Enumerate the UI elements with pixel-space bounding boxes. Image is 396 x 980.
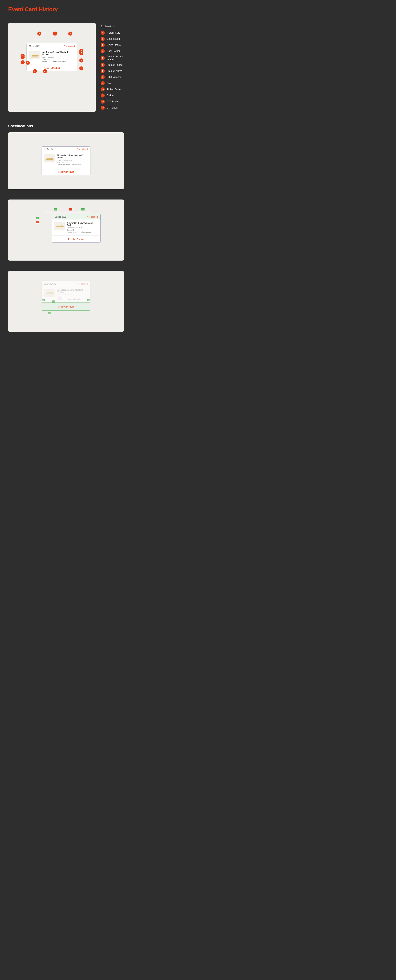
- product-sku: SKU : 553558 171: [42, 56, 75, 58]
- exp-label-3: Claim Status: [107, 44, 121, 46]
- exp-dot-10: 10: [101, 88, 105, 91]
- explanation-item-1: 1 History Card: [101, 31, 124, 35]
- spec-sku-2: SKU : 553558 171: [67, 227, 98, 229]
- annotation-dot-12: 12: [79, 66, 83, 70]
- spec-card-3-body: Air Jordan 1 Low 'Mustard' Pollen SKU : …: [42, 287, 90, 302]
- spec-outlet-2: Outlet : LG Floor Claim outlet: [67, 231, 98, 233]
- spec-card-2-image: [54, 222, 65, 230]
- annotation-dot-8: 8: [53, 32, 57, 36]
- spec-section-2: 25 22 25 15 17 12 Dec 2021 Not claimed A…: [8, 199, 124, 261]
- exp-dot-4: 4: [101, 49, 105, 53]
- exp-label-5: Product Frame Image: [107, 55, 124, 61]
- explanation-item-8: 8 SKU Number: [101, 75, 124, 79]
- spec-card-3-image: [44, 289, 56, 297]
- page-title: Event Card History: [8, 6, 124, 13]
- product-outlet: Outlet : LG Floor Claim outlet: [42, 60, 75, 63]
- annotation-dot-3: 3: [68, 32, 72, 36]
- spec-card-2-date: 12 Dec 2021: [54, 216, 66, 218]
- dim-label-25-cta-right: 25: [87, 299, 90, 301]
- spec-outlet: Outlet : LG Floor Claim outlet: [57, 164, 88, 166]
- exp-label-7: Product Name: [107, 70, 123, 72]
- explanation-item-12: 12 CTA Frame: [101, 100, 124, 103]
- card-date: 12 Dec 2021: [29, 45, 41, 47]
- card-header: 12 Dec 2021 Not claimed: [27, 43, 77, 49]
- cta-highlight-box: Receive Product: [42, 302, 90, 311]
- spec3-size: Size : 43: [57, 296, 88, 298]
- exp-label-4: Card Border: [107, 50, 120, 52]
- exp-label-10: Pickup Outlet: [107, 88, 121, 91]
- exp-label-6: Product Image: [107, 64, 123, 66]
- spec3-shoe: [44, 289, 56, 296]
- annotation-dot-11: 11: [21, 60, 25, 64]
- card-body: 5 7 6 Air Jordan 1 Low 'Mustard' Pollen: [27, 49, 77, 65]
- spec-card-2-info: Air Jordan 1 Low 'Mustard' Pollen SKU : …: [67, 222, 98, 233]
- spec2-container: 25 22 25 15 17 12 Dec 2021 Not claimed A…: [35, 208, 97, 253]
- exp-label-9: Size: [107, 82, 112, 85]
- spec3-container: 12 Dec 2021 Not claimed Air Jordan 1 Low…: [35, 279, 97, 324]
- explanation-item-4: 4 Card Border: [101, 49, 124, 53]
- explanation-item-11: 11 Divider: [101, 94, 124, 97]
- spec-product-name: Air Jordan 1 Low 'Mustard' Pollen: [57, 154, 88, 159]
- explanation-item-2: 2 Date Issued: [101, 37, 124, 41]
- dim-label-17: 17: [36, 221, 39, 223]
- explanation-panel: Explanation 1 History Card 2 Date Issued…: [101, 23, 124, 112]
- explanation-item-5: 5 Product Frame Image: [101, 55, 124, 61]
- spec-size-2: Size : 43: [67, 229, 98, 231]
- spec-cta-1[interactable]: Receive Product: [58, 171, 74, 173]
- specs-title: Specifications: [8, 124, 124, 128]
- explanation-list: 1 History Card 2 Date Issued 3 Claim Sta…: [101, 31, 124, 110]
- exp-label-8: SKU Number: [107, 76, 121, 79]
- exp-label-11: Divider: [107, 94, 114, 97]
- spec-card-1-image: [44, 154, 55, 162]
- annotation-dot-7: 7: [79, 51, 83, 55]
- spec-card-1-header: 12 Dec 2021 Not claimed: [42, 146, 90, 152]
- spec-section-3: 12 Dec 2021 Not claimed Air Jordan 1 Low…: [8, 271, 124, 332]
- annotation-dot-10: 10: [79, 59, 83, 62]
- spec-card-2-header: 12 Dec 2021 Not claimed: [52, 214, 101, 220]
- spec3-outlet: Outlet : LG Floor Claim outlet: [57, 298, 88, 300]
- product-image: [30, 52, 40, 59]
- explanation-item-6: 6 Product Image: [101, 63, 124, 67]
- spec-size: Size : 43: [57, 161, 88, 164]
- spec-shoe-image: [44, 155, 55, 162]
- card-footer: 9 13 Receive Product: [27, 65, 77, 71]
- dim-label-25-top-left: 25: [54, 208, 57, 210]
- product-name: Air Jordan 1 Low 'Mustard' Pollen: [42, 51, 75, 56]
- spec-card-1-body: Air Jordan 1 Low 'Mustard' Pollen SKU : …: [42, 152, 90, 168]
- spec-card-3-status: Not claimed: [77, 283, 88, 285]
- product-size: Size : 43: [42, 59, 75, 60]
- explanation-title: Explanation: [101, 25, 124, 28]
- exp-label-2: Date Issued: [107, 37, 120, 40]
- explanation-item-10: 10 Pickup Outlet: [101, 88, 124, 91]
- spec-card-1-info: Air Jordan 1 Low 'Mustard' Pollen SKU : …: [57, 154, 88, 166]
- spec-product-name-2: Air Jordan 1 Low 'Mustard' Pollen: [67, 222, 98, 226]
- explanation-item-9: 9 Size: [101, 81, 124, 85]
- card-cta[interactable]: Receive Product: [44, 67, 60, 69]
- dim-label-25-cta-left: 25: [42, 299, 45, 301]
- exp-dot-7: 7: [101, 69, 105, 73]
- exp-dot-2: 2: [101, 37, 105, 41]
- exp-dot-11: 11: [101, 94, 105, 97]
- spec-card-2-footer: Receive Product: [52, 235, 101, 242]
- spec-cta-2[interactable]: Receive Product: [68, 238, 84, 240]
- explanation-item-7: 7 Product Name: [101, 69, 124, 73]
- card-status: Not claimed: [64, 45, 75, 47]
- exp-dot-5: 5: [101, 56, 105, 60]
- annotated-section: 2 8 3 1 4 10 12 12 Dec 2021 Not claimed …: [8, 23, 124, 112]
- spec-card-3: 12 Dec 2021 Not claimed Air Jordan 1 Low…: [42, 281, 91, 311]
- spec-cta-3[interactable]: Receive Product: [58, 306, 74, 308]
- explanation-item-3: 3 Claim Status: [101, 43, 124, 47]
- annotation-dot-13: 13: [43, 69, 47, 73]
- exp-dot-1: 1: [101, 31, 105, 35]
- dim-label-12: 12: [52, 301, 55, 303]
- dim-label-15: 15: [36, 217, 39, 219]
- exp-dot-6: 6: [101, 63, 105, 67]
- annotation-dot-9: 9: [33, 69, 37, 73]
- dim-label-25-top-right: 25: [81, 208, 85, 210]
- history-card: 1 4 10 12 12 Dec 2021 Not claimed 5 7 6: [27, 43, 77, 71]
- spec3-sku: SKU : 553558 171: [57, 294, 88, 296]
- exp-dot-8: 8: [101, 75, 105, 79]
- product-info: Air Jordan 1 Low 'Mustard' Pollen SKU : …: [42, 51, 75, 63]
- spec-card-2-status: Not claimed: [87, 216, 98, 218]
- spec-card-1-footer: Receive Product: [42, 168, 90, 175]
